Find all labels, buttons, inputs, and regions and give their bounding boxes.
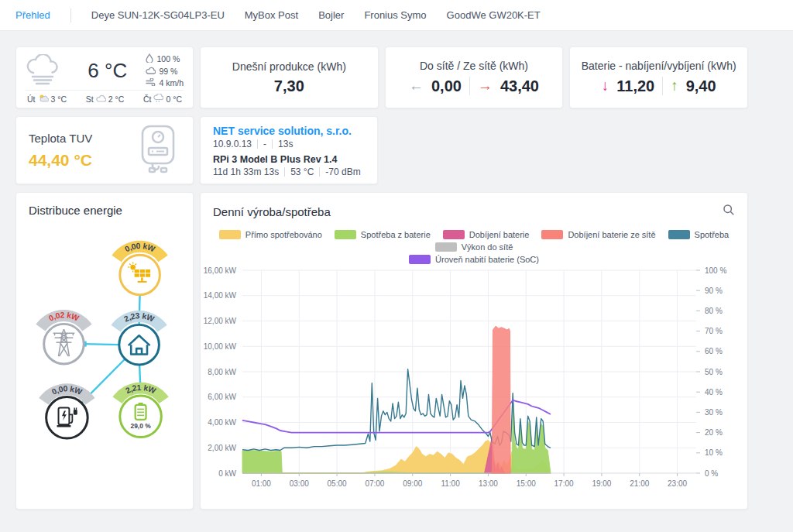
nav-tab-prehled[interactable]: Přehled [15,9,50,21]
legend-item[interactable]: Spotřeba [668,230,729,239]
nav-tab-deye[interactable]: Deye SUN-12K-SG04LP3-EU [91,9,225,21]
legend-item[interactable]: Úroveň nabití baterie (SoC) [409,255,539,264]
solar-node[interactable] [120,255,160,295]
battery-energy-card: Baterie - nabíjení/vybíjení (kWh) ↓ 11,2… [569,46,748,108]
axis-label: 70 % [705,327,723,335]
axis-label: 12,00 kW [204,317,237,325]
axis-label: 50 % [705,368,723,376]
wind-value: 4 km/h [159,77,184,89]
axis-label: 80 % [705,307,723,315]
legend-label: Dobíjení baterie ze sítě [568,230,655,239]
cloudy-icon [96,94,106,104]
series-6 [492,326,510,473]
gateway-temperature: 53 °C [290,166,314,177]
daily-chart-plot[interactable]: 0 kW2,00 kW4,00 kW6,00 kW8,00 kW10,00 kW… [201,264,747,509]
charger-node[interactable] [46,397,88,439]
axis-label: 100 % [705,266,726,275]
axis-label: 05:00 [328,479,347,488]
axis-label: 90 % [705,287,723,295]
legend-swatch [668,230,690,239]
axis-label: 15:00 [517,479,536,488]
fog-cloud-icon [26,54,61,88]
gateway-signal: -70 dBm [325,166,360,177]
forecast-day-1: Út 3 °C [27,94,67,104]
to-grid-value: 0,00 [431,77,462,95]
legend-item[interactable]: Výkon do sítě [435,242,513,252]
chart-title: Denní výroba/spotřeba [213,205,331,218]
axis-label: 20 % [705,428,723,437]
legend-item[interactable]: Přímo spotřebováno [219,230,322,239]
gateway-device: RPi 3 Model B Plus Rev 1.4 [213,154,365,165]
legend-swatch [435,242,457,252]
axis-label: 0 kW [218,469,236,478]
axis-label: 01:00 [252,479,271,488]
gateway-interval: 13s [278,139,293,149]
humidity-value: 100 % [156,53,180,65]
top-nav: Přehled Deye SUN-12K-SG04LP3-EU MyBox Po… [0,0,793,31]
from-grid-arrow-icon: → [478,77,493,94]
forecast-day-2: St 2 °C [86,94,124,104]
battery-charge-value: 11,20 [616,77,654,95]
legend-item[interactable]: Spotřeba z baterie [335,230,431,239]
wind-icon [146,77,156,89]
axis-label: 14,00 kW [204,291,237,300]
chart-legend-row-2: Úroveň nabití baterie (SoC) [201,255,747,264]
axis-label: 8,00 kW [208,368,236,376]
legend-label: Přímo spotřebováno [245,230,322,239]
axis-label: 03:00 [290,479,309,488]
humidity-icon [146,53,153,66]
axis-label: 10,00 kW [204,342,237,351]
battery-energy-title: Baterie - nabíjení/vybíjení (kWh) [582,60,736,72]
legend-label: Úroveň nabití baterie (SoC) [435,255,539,264]
daily-chart-svg: 0 kW2,00 kW4,00 kW6,00 kW8,00 kW10,00 kW… [201,264,747,504]
gateway-uptime: 11d 1h 33m 13s [213,166,279,177]
legend-item[interactable]: Dobíjení baterie [443,230,530,239]
legend-item[interactable]: Dobíjení baterie ze sítě [541,230,655,239]
production-title: Dnešní produkce (kWh) [232,60,346,73]
energy-distribution-card: Distribuce energie 0,00 kW [15,192,194,510]
gateway-link: - [263,139,266,149]
energy-flow-diagram: 0,00 kW 0,02 kW 2,23 kW 0,00 kW 2,21 kW [16,220,193,495]
axis-label: 4,00 kW [208,418,236,427]
axis-label: 16,00 kW [204,266,237,275]
nav-tab-bojler[interactable]: Bojler [318,9,344,21]
axis-label: 2,00 kW [208,444,236,452]
to-grid-arrow-icon: ← [409,77,424,94]
axis-label: 11:00 [441,479,460,488]
rain-cloud-icon [153,94,163,104]
axis-label: 19:00 [592,479,611,488]
partly-cloudy-icon [38,94,49,104]
axis-label: 07:00 [365,479,384,488]
legend-swatch [541,230,563,239]
gateway-name[interactable]: NET service solution, s.r.o. [213,125,365,137]
weather-card: 6 °C 100 % 99 % 4 km/h Út 3 °C St 2 °C [15,46,194,108]
from-grid-value: 43,40 [500,77,539,95]
search-icon[interactable] [723,204,735,219]
current-temperature: 6 °C [69,59,146,83]
value-divider [469,77,470,95]
axis-label: 21:00 [630,479,649,488]
legend-swatch [219,230,241,239]
tuv-card: Teplota TUV 44,40 °C [15,116,194,184]
axis-label: 09:00 [403,479,422,488]
production-value: 7,30 [274,77,304,95]
battery-discharge-arrow-icon: ↑ [671,77,678,94]
legend-swatch [335,230,356,239]
battery-node[interactable] [120,396,162,438]
legend-swatch [409,255,431,264]
battery-charge-arrow-icon: ↓ [602,77,609,94]
nav-tab-fronius[interactable]: Fronius Symo [364,9,426,21]
forecast-day-3: Čt 0 °C [143,94,182,104]
battery-soc-label: 29,0 % [131,422,152,430]
nav-tab-mybox[interactable]: MyBox Post [245,9,298,21]
axis-label: 0 % [705,469,718,478]
cloudiness-value: 99 % [159,66,177,77]
battery-discharge-value: 9,40 [686,77,716,95]
home-node[interactable] [119,324,160,365]
nav-tab-goodwe[interactable]: GoodWe GW20K-ET [447,9,541,21]
axis-label: 13:00 [479,479,498,488]
axis-label: 6,00 kW [208,393,236,401]
axis-label: 17:00 [554,479,574,488]
axis-label: 40 % [705,388,723,396]
legend-label: Spotřeba z baterie [361,230,431,239]
